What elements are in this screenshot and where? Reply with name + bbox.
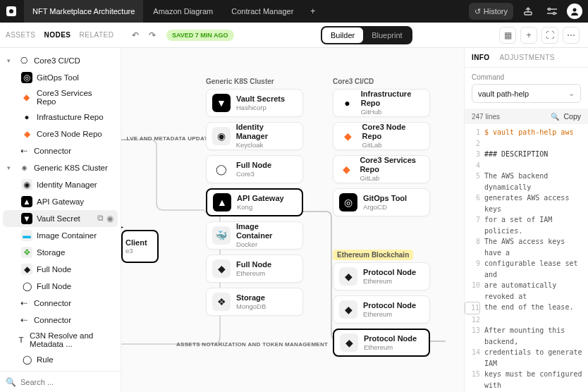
tree-connector[interactable]: ⇠Connector bbox=[3, 142, 118, 159]
tree-item-api-gateway[interactable]: ▲API Gateway bbox=[3, 193, 118, 210]
tree-item-rule[interactable]: ◯Rule bbox=[3, 351, 118, 368]
core3-icon: ◯ bbox=[21, 281, 32, 292]
node-icon: ◯ bbox=[212, 160, 231, 178]
tab-nft-marketplace[interactable]: NFT Marketplace Architecture bbox=[24, 0, 143, 23]
mongodb-icon: ❖ bbox=[21, 247, 32, 258]
tree-item-vault-secret[interactable]: ▼Vault Secret⧉◉ bbox=[3, 210, 118, 227]
inspector-tab-adjustments[interactable]: ADJUSTMENTS bbox=[500, 54, 555, 61]
inspector-tab-info[interactable]: INFO bbox=[472, 54, 490, 61]
tree-group-core3-cicd[interactable]: ▾⎔Core3 CI/CD bbox=[3, 52, 118, 69]
k8s-node-0[interactable]: ▼Vault SecretsHashicorp bbox=[206, 89, 303, 117]
node-title: Vault Secrets bbox=[236, 94, 285, 104]
sidebar-tab-related[interactable]: RELATED bbox=[80, 31, 114, 39]
add-icon[interactable]: + bbox=[520, 27, 537, 44]
tree-group-rule[interactable]: TC3N Resolve and Metadata ... bbox=[3, 329, 118, 351]
node-subtitle: Ethereum bbox=[364, 343, 417, 351]
undo-icon[interactable]: ↶ bbox=[127, 27, 144, 44]
tab-amazon-diagram[interactable]: Amazon Diagram bbox=[145, 0, 221, 23]
visibility-icon[interactable]: ◉ bbox=[106, 214, 114, 223]
mode-blueprint[interactable]: Blueprint bbox=[363, 27, 410, 43]
code-line: 1$ vault path-help aws bbox=[465, 127, 588, 138]
tree-item-node-repo[interactable]: ◆Core3 Node Repo bbox=[3, 125, 118, 142]
node-title: API Gateway bbox=[237, 194, 284, 203]
node-subtitle: ArgoCD bbox=[363, 203, 407, 211]
upload-icon[interactable] bbox=[519, 2, 537, 20]
cicd-node-1[interactable]: ◆Core3 Node RepoGitLab bbox=[333, 122, 430, 150]
keycloak-icon: ◉ bbox=[21, 179, 32, 190]
node-subtitle: Docker bbox=[236, 240, 297, 248]
chevron-down-icon: ▾ bbox=[7, 57, 14, 64]
eth-node-2[interactable]: ◆Protocol NodeEthereum bbox=[333, 329, 430, 357]
node-subtitle: Keycloak bbox=[236, 141, 297, 149]
cicd-node-2[interactable]: ◆Core3 Services RepoGitLab bbox=[333, 155, 430, 183]
more-icon[interactable]: ⋯ bbox=[563, 27, 580, 44]
add-tab-button[interactable]: + bbox=[303, 6, 322, 16]
node-subtitle: GitHub bbox=[361, 108, 424, 116]
canvas-label-bottom: ASSETS NOTARIZATION AND TOKEN MANAGEMENT bbox=[176, 341, 328, 348]
sidebar-tab-assets[interactable]: ASSETS bbox=[6, 31, 35, 39]
history-button[interactable]: ↺History bbox=[469, 3, 513, 20]
sidebar-tab-nodes[interactable]: NODES bbox=[44, 31, 71, 39]
tree-item-storage[interactable]: ❖Storage bbox=[3, 244, 118, 261]
k8s-node-2[interactable]: ◯Full NodeCore3 bbox=[206, 155, 303, 183]
gitlab-icon: ◆ bbox=[21, 128, 32, 140]
command-select[interactable]: vault path-help⌄ bbox=[472, 84, 581, 103]
k8s-node-4[interactable]: 🐳Image ContainerDocker bbox=[206, 221, 303, 250]
tree-item-image-container[interactable]: ▬Image Container bbox=[3, 227, 118, 244]
argocd-icon: ◎ bbox=[21, 72, 32, 83]
redo-icon[interactable]: ↷ bbox=[144, 27, 161, 44]
node-title: Protocol Node bbox=[364, 334, 417, 343]
k8s-node-6[interactable]: ❖StorageMongoDB bbox=[206, 288, 303, 316]
chevron-down-icon: ▾ bbox=[7, 164, 14, 171]
node-icon: ◆ bbox=[339, 267, 357, 286]
node-icon: ❖ bbox=[212, 293, 231, 311]
code-line: 10are automatically revoked at bbox=[465, 280, 588, 302]
code-line: 6generates AWS access keys bbox=[465, 192, 588, 214]
node-title: GitOps Tool bbox=[363, 194, 407, 203]
node-icon: ◎ bbox=[339, 193, 357, 212]
mode-builder[interactable]: Builder bbox=[322, 27, 363, 43]
code-viewer[interactable]: 1$ vault path-help aws23### DESCRIPTION4… bbox=[465, 124, 588, 392]
duplicate-icon[interactable]: ⧉ bbox=[97, 214, 104, 223]
client-node[interactable]: Client e3 bbox=[121, 230, 159, 263]
code-search-icon[interactable]: 🔍 bbox=[551, 113, 559, 121]
tree-item-services-repo[interactable]: ◆Core3 Services Repo bbox=[3, 86, 118, 109]
fullscreen-icon[interactable]: ⛶ bbox=[541, 27, 558, 44]
cluster-label-k8s: Generic K8S Cluster bbox=[206, 78, 274, 85]
cicd-node-0[interactable]: ●Infrastructure RepoGitHub bbox=[333, 89, 430, 117]
cicd-node-3[interactable]: ◎GitOps ToolArgoCD bbox=[333, 188, 430, 216]
sidebar-search: 🔍 ⇅ bbox=[0, 371, 121, 392]
svg-point-4 bbox=[553, 13, 556, 15]
k8s-node-1[interactable]: ◉Identity ManagerKeycloak bbox=[206, 122, 303, 150]
code-line: 9configurable lease set and bbox=[465, 258, 588, 280]
node-title: Core3 Services Repo bbox=[360, 156, 424, 174]
layers-icon[interactable]: ▦ bbox=[499, 27, 516, 44]
search-icon: 🔍 bbox=[6, 377, 16, 387]
tab-contract-manager[interactable]: Contract Manager bbox=[223, 0, 302, 23]
tree-connector[interactable]: ⇠Connector bbox=[3, 312, 118, 329]
tree-item-infra-repo[interactable]: ●Infrastucture Repo bbox=[3, 109, 118, 125]
rule-group-icon: T bbox=[17, 334, 25, 345]
tree-connector[interactable]: ⇠Connector bbox=[3, 295, 118, 312]
code-line: 5The AWS backend dynamically bbox=[465, 171, 588, 192]
tree-item-identity[interactable]: ◉Identity Manager bbox=[3, 176, 118, 193]
canvas[interactable]: ...LVE AND METADATA UPDATE ASSETS NOTARI… bbox=[121, 48, 464, 392]
sidebar: ▾⎔Core3 CI/CD ◎GitOps Tool ◆Core3 Servic… bbox=[0, 48, 121, 392]
k8s-node-3[interactable]: ▲API GatewayKong bbox=[206, 188, 303, 216]
topbar: NFT Marketplace Architecture Amazon Diag… bbox=[0, 0, 588, 23]
node-title: Image Container bbox=[236, 222, 297, 240]
copy-button[interactable]: Copy bbox=[563, 112, 581, 121]
tree-item-full-node-2[interactable]: ◯Full Node bbox=[3, 278, 118, 295]
search-input[interactable] bbox=[20, 378, 118, 386]
tree-group-k8s[interactable]: ▾⎈Generic K8S Cluster bbox=[3, 159, 118, 176]
eth-node-1[interactable]: ◆Protocol NodeEthereum bbox=[333, 295, 430, 324]
k8s-node-5[interactable]: ◆Full NodeEthereum bbox=[206, 255, 303, 283]
tree-item-gitops[interactable]: ◎GitOps Tool bbox=[3, 69, 118, 86]
node-title: Protocol Node bbox=[363, 301, 416, 310]
eth-node-0[interactable]: ◆Protocol NodeEthereum bbox=[333, 262, 430, 290]
node-subtitle: GitLab bbox=[362, 141, 424, 149]
tree-item-full-node-1[interactable]: ◆Full Node bbox=[3, 261, 118, 278]
user-avatar[interactable] bbox=[567, 4, 582, 19]
settings-icon[interactable] bbox=[543, 2, 561, 20]
app-logo[interactable] bbox=[0, 0, 23, 23]
